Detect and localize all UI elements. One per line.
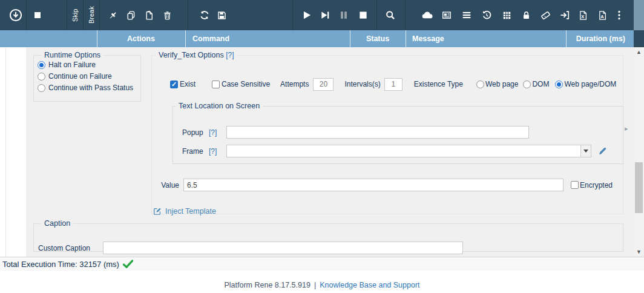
case-sensitive-checkbox[interactable] xyxy=(212,81,220,88)
inject-template-icon xyxy=(153,207,162,216)
continue-on-failure-radio[interactable] xyxy=(38,73,45,81)
frame-combobox[interactable] xyxy=(226,145,591,157)
break-toggle[interactable]: Break xyxy=(84,0,99,30)
scroll-down-arrow[interactable]: ▼ xyxy=(634,247,644,257)
frame-combobox-value[interactable] xyxy=(226,145,580,157)
pdf-export-icon[interactable]: A xyxy=(593,7,611,23)
save-icon[interactable] xyxy=(212,7,231,23)
unselect-square-icon[interactable] xyxy=(28,7,47,23)
toolbar-right-pad xyxy=(634,0,644,30)
intervals-input[interactable] xyxy=(384,78,402,91)
search-icon[interactable] xyxy=(381,7,399,23)
custom-caption-label: Custom Caption xyxy=(38,244,90,252)
halt-on-failure-radio[interactable] xyxy=(38,61,45,69)
attempts-label: Attempts xyxy=(280,80,309,88)
more-icon[interactable] xyxy=(610,7,628,23)
play-icon[interactable] xyxy=(298,7,316,23)
step-details-area: Runtime Options Halt on Failure Continue… xyxy=(0,47,644,257)
continue-with-pass-status-label[interactable]: Continue with Pass Status xyxy=(48,84,133,92)
copy-icon[interactable] xyxy=(122,7,140,23)
runtime-options-fieldset: Runtime Options Halt on Failure Continue… xyxy=(33,51,141,102)
popup-label: Popup xyxy=(182,128,206,137)
total-execution-time-text: Total Execution Time: 32157 (ms) xyxy=(2,260,119,269)
existence-dom-radio[interactable] xyxy=(523,81,531,88)
refresh-icon[interactable] xyxy=(196,7,214,23)
delete-icon[interactable] xyxy=(158,7,176,23)
tags-icon[interactable] xyxy=(536,7,554,23)
panel-collapse-arrow-icon[interactable]: ▸ xyxy=(625,125,628,133)
column-header-actions: Actions xyxy=(97,30,185,47)
runtime-options-legend: Runtime Options xyxy=(41,51,104,59)
continue-on-failure-label[interactable]: Continue on Failure xyxy=(48,72,112,81)
text-location-fieldset: Text Location on Screen Popup [?] Frame … xyxy=(172,102,623,164)
vertical-scrollbar: ▲ ▼ xyxy=(634,47,644,257)
cloud-icon[interactable] xyxy=(418,7,436,23)
scroll-up-arrow[interactable]: ▲ xyxy=(634,47,644,57)
existence-dom-label[interactable]: DOM xyxy=(532,80,549,88)
sign-in-icon[interactable] xyxy=(556,7,574,23)
platform-version-text: Platform Rene 8.17.5.919 xyxy=(224,281,310,289)
skip-toggle[interactable]: Skip xyxy=(67,0,83,30)
exist-label[interactable]: Exist xyxy=(180,80,196,88)
exist-checkbox[interactable] xyxy=(170,81,178,88)
pin-icon[interactable] xyxy=(104,7,122,23)
knowledge-base-link[interactable]: Knowledge Base and Support xyxy=(320,281,419,289)
frame-dropdown-button[interactable] xyxy=(580,145,591,157)
encrypted-label[interactable]: Encrypted xyxy=(580,181,613,189)
step-over-icon[interactable] xyxy=(316,7,334,23)
text-location-legend: Text Location on Screen xyxy=(176,102,263,110)
value-label: Value xyxy=(157,181,179,189)
grid-icon[interactable] xyxy=(498,7,516,23)
caption-fieldset: Caption Custom Caption xyxy=(33,219,623,252)
grid-header: Actions Command Status Message Duration … xyxy=(0,30,644,47)
encrypted-checkbox[interactable] xyxy=(571,181,579,189)
frame-help-link[interactable]: [?] xyxy=(209,147,217,156)
header-scroll-corner xyxy=(634,30,644,47)
execution-status-bar: Total Execution Time: 32157 (ms) xyxy=(0,257,644,271)
row-gutter-divider xyxy=(5,47,6,257)
footer-divider: | xyxy=(314,281,316,289)
existence-web-page-dom-radio[interactable] xyxy=(555,81,563,88)
success-check-icon xyxy=(123,260,133,268)
column-header-message: Message xyxy=(412,30,444,47)
frame-edit-pencil-icon[interactable] xyxy=(598,146,607,156)
svg-text:X: X xyxy=(581,13,584,19)
verify-text-options-fieldset: Verify_Text Options [?] Exist Case Sensi… xyxy=(151,51,623,214)
stop-icon[interactable] xyxy=(354,7,372,23)
value-input[interactable] xyxy=(183,179,564,191)
page-footer: Platform Rene 8.17.5.919 | Knowledge Bas… xyxy=(0,271,644,293)
inject-template-link[interactable]: Inject Template xyxy=(153,207,216,216)
pause-icon[interactable] xyxy=(335,7,353,23)
paste-icon[interactable] xyxy=(140,7,158,23)
lock-icon[interactable] xyxy=(517,7,535,23)
existence-type-label: Existence Type xyxy=(414,80,463,88)
app-window: Skip Break xyxy=(0,0,644,293)
halt-on-failure-label[interactable]: Halt on Failure xyxy=(48,61,96,69)
attempts-input[interactable] xyxy=(313,78,334,91)
report-icon[interactable] xyxy=(438,7,456,23)
verify-text-help-link[interactable]: [?] xyxy=(226,51,234,59)
column-header-duration: Duration (ms) xyxy=(566,30,625,47)
verify-text-options-legend: Verify_Text Options [?] xyxy=(156,51,237,59)
caption-legend: Caption xyxy=(41,219,73,228)
column-header-status: Status xyxy=(350,30,406,47)
continue-with-pass-status-radio[interactable] xyxy=(38,84,45,92)
intervals-label: Intervals(s) xyxy=(344,80,380,88)
existence-web-page-radio[interactable] xyxy=(476,81,484,88)
existence-web-page-label[interactable]: Web page xyxy=(485,80,519,88)
popup-help-link[interactable]: [?] xyxy=(209,128,217,137)
inject-template-label: Inject Template xyxy=(165,207,216,216)
case-sensitive-label[interactable]: Case Sensitive xyxy=(222,80,270,88)
excel-export-icon[interactable]: X xyxy=(574,7,592,23)
existence-web-page-dom-label[interactable]: Web page/DOM xyxy=(564,80,616,88)
main-toolbar: Skip Break xyxy=(0,0,644,30)
custom-caption-input[interactable] xyxy=(103,242,463,254)
frame-label: Frame xyxy=(182,147,206,156)
column-header-command: Command xyxy=(192,30,229,47)
menu-icon[interactable] xyxy=(458,7,476,23)
download-circle-icon[interactable] xyxy=(7,7,25,23)
history-icon[interactable] xyxy=(478,7,496,23)
svg-text:A: A xyxy=(600,13,604,19)
scrollbar-thumb[interactable] xyxy=(635,162,643,213)
popup-input[interactable] xyxy=(226,126,529,139)
